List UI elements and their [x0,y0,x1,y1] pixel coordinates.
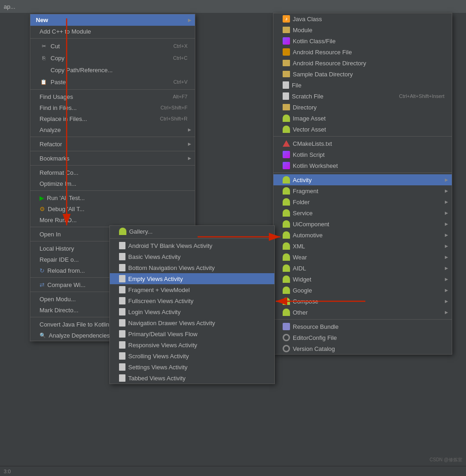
activity-empty-views[interactable]: Empty Views Activity [110,273,274,284]
new-other-label: Other [293,309,308,316]
menu-item-analyze[interactable]: Analyze [30,124,195,135]
menu-item-copy-path[interactable]: Copy Path/Reference... [30,64,195,76]
new-aidl[interactable]: AIDL [273,263,452,274]
analyze-deps-icon: 🔍 [40,333,46,338]
menu-item-new[interactable]: New [30,14,195,26]
activity-primary-detail[interactable]: Primary/Detail Views Flow [110,328,274,339]
fragment-icon [283,187,290,195]
new-automotive[interactable]: Automotive [273,229,452,241]
new-kotlin-class[interactable]: Kotlin Class/File [273,35,452,46]
new-image-asset[interactable]: Image Asset [273,113,452,124]
activity-scrolling[interactable]: Scrolling Views Activity [110,350,274,361]
menu-item-bookmarks[interactable]: Bookmarks [30,153,195,164]
new-compose-label: Compose [293,298,318,305]
activity-android-tv-blank[interactable]: Android TV Blank Views Activity [110,240,274,251]
menu-item-paste[interactable]: 📋 Paste Ctrl+V [30,76,195,88]
menu-item-add-cpp[interactable]: Add C++ to Module [30,26,195,37]
menu-label-reformat: Reformat Co... [40,169,79,176]
new-cmake[interactable]: CMakeLists.txt [273,138,452,149]
new-android-resource-dir[interactable]: Android Resource Directory [273,57,452,69]
menu-item-refactor[interactable]: Refactor [30,138,195,149]
activity-bottom-nav[interactable]: Bottom Navigation Views Activity [110,262,274,273]
sample-data-icon [283,71,290,77]
activity-bottom-nav-label: Bottom Navigation Views Activity [128,264,215,271]
menu-label-find-usages: Find Usages [40,93,73,100]
activity-fragment-viewmodel-label: Fragment + ViewModel [128,287,190,293]
activity-fragment-viewmodel[interactable]: Fragment + ViewModel [110,284,274,295]
activity-responsive[interactable]: Responsive Views Activity [110,339,274,350]
menu-item-debug[interactable]: ⚙ Debug 'All T... [30,203,195,214]
new-version-catalog[interactable]: Version Catalog [273,343,452,354]
new-android-resource-file-label: Android Resource File [293,49,352,56]
menu-item-run[interactable]: ▶ Run 'All Test... [30,192,195,203]
new-sample-data-dir-label: Sample Data Directory [293,71,353,78]
activity-login[interactable]: Login Views Activity [110,306,274,317]
new-google-label: Google [293,287,312,294]
scratch-shortcut: Ctrl+Alt+Shift+Insert [399,93,444,99]
new-android-resource-file[interactable]: Android Resource File [273,46,452,57]
tabbed-icon [119,374,125,382]
wear-icon [283,253,290,261]
new-compose[interactable]: Compose [273,296,452,307]
new-fragment[interactable]: Fragment [273,185,452,196]
menu-label-local-history: Local History [40,245,74,252]
new-kotlin-script[interactable]: Kotlin Script [273,149,452,160]
new-uicomponent-label: UiComponent [293,221,330,228]
new-kotlin-worksheet-label: Kotlin Worksheet [293,162,338,169]
activity-settings[interactable]: Settings Views Activity [110,361,274,373]
new-uicomponent[interactable]: UiComponent [273,218,452,229]
new-resource-bundle[interactable]: Resource Bundle [273,321,452,332]
new-xml[interactable]: XML [273,241,452,252]
new-kotlin-script-label: Kotlin Script [293,151,324,158]
activity-login-label: Login Views Activity [128,309,181,315]
new-google[interactable]: Google [273,285,452,296]
menu-item-copy[interactable]: ⎘ Copy Ctrl+C [30,52,195,64]
activity-gallery[interactable]: Gallery... [110,226,274,237]
menu-item-more-run[interactable]: More Run/D... [30,214,195,225]
new-widget[interactable]: Widget [273,274,452,285]
debug-icon: ⚙ [40,206,45,212]
new-activity[interactable]: Activity [273,174,452,185]
new-java-class[interactable]: J Java Class [273,13,452,24]
menu-item-optimize[interactable]: Optimize Im... [30,178,195,189]
activity-responsive-label: Responsive Views Activity [128,342,197,349]
activity-basic-views[interactable]: Basic Views Activity [110,251,274,262]
new-editorconfig[interactable]: EditorConfig File [273,332,452,343]
new-sample-data-dir[interactable]: Sample Data Directory [273,69,452,80]
compose-icon [283,298,290,305]
new-vector-asset[interactable]: Vector Asset [273,124,452,135]
activity-tabbed[interactable]: Tabbed Views Activity [110,373,274,384]
menu-label-reload-from: Reload from... [47,267,85,274]
menu-label-debug: Debug 'All T... [48,206,85,212]
new-directory[interactable]: Directory [273,102,452,113]
new-image-asset-label: Image Asset [293,115,326,122]
new-wear[interactable]: Wear [273,252,452,263]
new-kotlin-worksheet[interactable]: Kotlin Worksheet [273,160,452,171]
menu-label-copy: Copy [51,55,64,62]
new-scratch-file[interactable]: Scratch File Ctrl+Alt+Shift+Insert [273,91,452,102]
new-module[interactable]: Module [273,24,452,35]
new-kotlin-class-label: Kotlin Class/File [293,38,335,45]
new-folder[interactable]: Folder [273,196,452,207]
menu-item-find-usages[interactable]: Find Usages Alt+F7 [30,91,195,102]
menu-item-find-in-files[interactable]: Find in Files... Ctrl+Shift+F [30,102,195,113]
activity-icon [283,176,290,184]
activity-fullscreen[interactable]: Fullscreen Views Activity [110,295,274,306]
module-icon [283,27,290,33]
activity-nav-drawer[interactable]: Navigation Drawer Views Activity [110,317,274,328]
new-service[interactable]: Service [273,207,452,218]
version-catalog-icon [283,345,290,352]
new-cmake-label: CMakeLists.txt [293,140,332,147]
new-file[interactable]: File [273,80,452,91]
menu-item-reformat[interactable]: Reformat Co... [30,167,195,178]
xml-icon [283,242,290,250]
basic-views-icon [119,253,125,260]
menu-label-analyze-deps: Analyze Dependencies... [49,332,115,339]
new-other[interactable]: Other [273,307,452,318]
new-automotive-label: Automotive [293,232,323,239]
scratch-icon [283,92,289,100]
menu-label-copy-path: Copy Path/Reference... [51,67,113,74]
menu-item-cut[interactable]: ✂ Cut Ctrl+X [30,40,195,52]
menu-item-replace-in-files[interactable]: Replace in Files... Ctrl+Shift+R [30,113,195,124]
menu-label-analyze: Analyze [40,126,61,133]
